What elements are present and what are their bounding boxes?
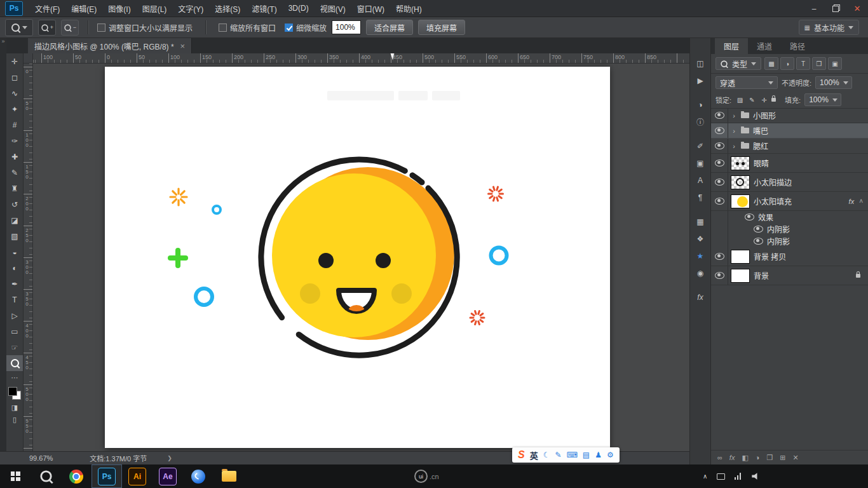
expand-arrow-icon[interactable]: › bbox=[731, 127, 737, 135]
clone-source-panel-icon[interactable]: ▣ bbox=[690, 154, 710, 172]
visibility-cell[interactable] bbox=[711, 123, 728, 138]
menubar-item-3[interactable]: 图层(L) bbox=[137, 0, 173, 17]
menubar-item-2[interactable]: 图像(I) bbox=[102, 0, 136, 17]
photoshop-app[interactable]: Ps bbox=[92, 464, 122, 488]
tool-option-2[interactable]: 细微缩放 bbox=[285, 22, 327, 33]
checkbox-unchecked[interactable] bbox=[97, 24, 105, 32]
adjustments-panel-icon[interactable]: ◑ bbox=[690, 96, 710, 113]
eraser-tool[interactable]: ◪ bbox=[6, 212, 23, 228]
move-tool[interactable]: ✛ bbox=[6, 53, 23, 69]
visibility-eye-icon[interactable] bbox=[715, 179, 724, 186]
effects-panel-icon[interactable]: fx bbox=[690, 288, 710, 306]
quick-mask-icon[interactable]: ◨ bbox=[6, 403, 23, 412]
swatches-panel-icon[interactable]: ▦ bbox=[690, 213, 710, 230]
healing-brush-tool[interactable]: ✚ bbox=[6, 149, 23, 165]
status-zoom-level[interactable]: 99.67% bbox=[29, 454, 53, 462]
canvas-area[interactable]: 1005005010015020025030035040045050055060… bbox=[23, 53, 689, 451]
visibility-cell[interactable] bbox=[711, 108, 728, 123]
color-swatches[interactable] bbox=[8, 387, 21, 400]
network-icon[interactable] bbox=[735, 473, 742, 480]
panel-tab-1[interactable]: 通道 bbox=[748, 38, 781, 54]
filter-pixel-layers-icon[interactable]: ▩ bbox=[764, 57, 778, 70]
visibility-eye-icon[interactable] bbox=[715, 198, 724, 205]
moon-icon[interactable]: ☾ bbox=[543, 451, 550, 459]
type-tool[interactable]: T bbox=[6, 292, 23, 308]
menubar-item-7[interactable]: 3D(D) bbox=[283, 0, 315, 17]
fill-field[interactable]: 100% bbox=[804, 93, 841, 106]
actions-panel-icon[interactable]: ▶ bbox=[690, 72, 710, 89]
layer-thumbnail[interactable] bbox=[731, 269, 750, 283]
visibility-cell[interactable] bbox=[711, 211, 728, 223]
clipboard-icon[interactable]: ▤ bbox=[583, 451, 590, 459]
visibility-cell[interactable] bbox=[711, 235, 728, 247]
layer-thumbnail[interactable] bbox=[731, 194, 750, 208]
brush-tool[interactable]: ✎ bbox=[6, 165, 23, 180]
volume-icon[interactable] bbox=[752, 473, 759, 480]
ime-language-mode[interactable]: 英 bbox=[530, 449, 538, 461]
menubar-item-8[interactable]: 视图(V) bbox=[315, 0, 351, 17]
visibility-eye-icon[interactable] bbox=[745, 214, 754, 220]
visibility-eye-icon[interactable] bbox=[715, 159, 724, 166]
after-effects-app[interactable]: Ae bbox=[153, 464, 183, 488]
shape-tool[interactable]: ▭ bbox=[6, 323, 23, 339]
visibility-eye-icon[interactable] bbox=[715, 142, 724, 149]
layer-row[interactable]: ›腮红 bbox=[711, 139, 868, 154]
filter-smart-objects-icon[interactable]: ▣ bbox=[828, 57, 842, 70]
menubar-item-1[interactable]: 编辑(E) bbox=[65, 0, 102, 17]
filter-shape-layers-icon[interactable]: ❒ bbox=[812, 57, 826, 70]
visibility-cell[interactable] bbox=[711, 139, 728, 153]
libraries-panel-icon[interactable]: ★ bbox=[690, 247, 710, 264]
menubar-item-9[interactable]: 窗口(W) bbox=[351, 0, 390, 17]
delete-layer-icon[interactable]: ✕ bbox=[793, 454, 799, 462]
visibility-cell[interactable] bbox=[711, 247, 728, 266]
edit-toolbar-icon[interactable]: ⋯ bbox=[6, 374, 23, 382]
handwriting-icon[interactable]: ✎ bbox=[555, 451, 561, 459]
layer-row[interactable]: 内阴影 bbox=[711, 235, 868, 247]
adjustment-layer-icon[interactable]: ◑ bbox=[756, 454, 760, 461]
keyboard-icon[interactable]: ⌨ bbox=[567, 451, 578, 459]
layer-row[interactable]: ›小图形 bbox=[711, 108, 868, 123]
layer-row[interactable]: 背景 bbox=[711, 266, 868, 285]
layer-row[interactable]: 背景 拷贝 bbox=[711, 247, 868, 266]
visibility-cell[interactable] bbox=[711, 192, 728, 210]
fill-screen-button[interactable]: 填充屏幕 bbox=[418, 20, 465, 35]
visibility-cell[interactable] bbox=[711, 173, 728, 191]
layer-row[interactable]: 小太阳填充fx˄ bbox=[711, 192, 868, 211]
blue-app-icon[interactable] bbox=[183, 464, 214, 488]
brush-settings-panel-icon[interactable]: ✐ bbox=[690, 137, 710, 154]
menubar-item-10[interactable]: 帮助(H) bbox=[390, 0, 428, 17]
new-group-icon[interactable]: ❒ bbox=[766, 454, 773, 462]
fit-screen-button[interactable]: 适合屏幕 bbox=[366, 20, 413, 35]
visibility-eye-icon[interactable] bbox=[715, 272, 724, 279]
status-flyout-chevron[interactable]: ❯ bbox=[167, 455, 172, 461]
layer-row[interactable]: 眼睛 bbox=[711, 154, 868, 173]
layer-style-icon[interactable]: fx bbox=[729, 454, 735, 461]
panel-tab-0[interactable]: 图层 bbox=[715, 38, 748, 54]
workspace-switcher[interactable]: ▦ 基本功能 bbox=[799, 20, 859, 35]
chrome-icon[interactable] bbox=[61, 464, 92, 488]
crop-tool[interactable]: # bbox=[6, 117, 23, 133]
fx-badge[interactable]: fx bbox=[849, 198, 855, 205]
menubar-item-0[interactable]: 文件(F) bbox=[29, 0, 65, 17]
blend-mode-select[interactable]: 穿透 bbox=[715, 76, 778, 89]
expand-arrow-icon[interactable]: › bbox=[731, 142, 737, 150]
layer-row[interactable]: ›嘴巴 bbox=[711, 123, 868, 139]
menubar-item-6[interactable]: 滤镜(T) bbox=[246, 0, 282, 17]
panel-collapse-strip[interactable]: » bbox=[0, 38, 6, 464]
vertical-ruler[interactable]: 050100150200250300350400450500550 bbox=[23, 64, 33, 451]
layer-thumbnail[interactable] bbox=[731, 156, 750, 170]
search-button[interactable] bbox=[31, 464, 61, 488]
layer-thumbnail[interactable] bbox=[731, 250, 750, 264]
horizontal-ruler[interactable]: 1005005010015020025030035040045050055060… bbox=[33, 53, 689, 64]
eyedropper-tool[interactable]: ✑ bbox=[6, 133, 23, 149]
layer-row[interactable]: 内阴影 bbox=[711, 223, 868, 235]
tab-close-button[interactable]: × bbox=[180, 41, 186, 51]
lasso-tool[interactable]: ∿ bbox=[6, 85, 23, 101]
dodge-tool[interactable]: ◐ bbox=[6, 260, 23, 276]
checkbox-unchecked[interactable] bbox=[219, 24, 227, 32]
visibility-eye-icon[interactable] bbox=[754, 238, 763, 245]
layer-mask-icon[interactable]: ◧ bbox=[742, 454, 748, 462]
menubar-item-4[interactable]: 文字(Y) bbox=[172, 0, 209, 17]
filter-kind-select[interactable]: 类型 bbox=[715, 57, 761, 70]
history-brush-tool[interactable]: ↺ bbox=[6, 196, 23, 212]
